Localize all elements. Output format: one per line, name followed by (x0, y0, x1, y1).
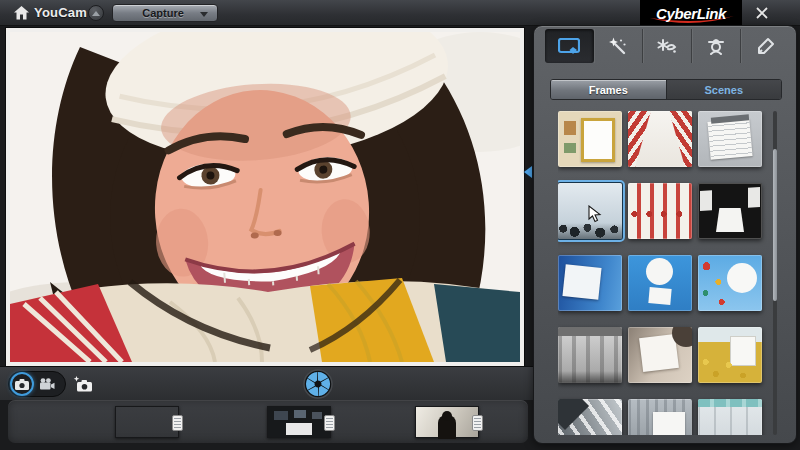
effects-panel: Frames Scenes (533, 25, 797, 444)
frame-thumbnail-balloons[interactable] (698, 255, 762, 311)
frames-scenes-icon (558, 38, 580, 55)
frames-tab-label: Frames (589, 84, 628, 96)
frame-thumbnail-field-easel[interactable] (698, 327, 762, 383)
gadget-toy-icon (707, 38, 725, 55)
frame-thumbnail-theater[interactable] (698, 183, 762, 239)
scenes-tab[interactable]: Scenes (666, 80, 782, 99)
frame-thumbnail-clown-stripes[interactable] (628, 183, 692, 239)
home-icon[interactable] (14, 6, 29, 20)
close-icon (756, 7, 768, 19)
frame-thumbnail-clown-box[interactable] (628, 111, 692, 167)
cyberlink-logo: CyberLink (640, 0, 742, 26)
frame-thumbnail-gallery[interactable] (558, 111, 622, 167)
tab-draw[interactable] (741, 29, 790, 63)
capture-mode-label: Capture (142, 7, 184, 19)
webcam-preview-image (10, 32, 520, 362)
media-type-badge (324, 415, 335, 431)
panel-collapse-handle[interactable] (524, 28, 533, 366)
media-type-badge (172, 415, 183, 431)
captured-thumbnail-3[interactable] (415, 406, 479, 438)
video-camera-icon (39, 378, 55, 390)
snapshot-camera-icon (73, 376, 93, 392)
frame-thumbnail-newspaper[interactable] (698, 111, 762, 167)
frame-thumbnail-paper-balloon[interactable] (628, 255, 692, 311)
frame-thumbnail-press-mics[interactable] (558, 183, 622, 239)
frames-scrollbar-thumb[interactable] (773, 149, 777, 301)
effects-tab-bar (545, 29, 790, 63)
photo-mode-button[interactable] (10, 372, 34, 396)
photo-camera-icon (15, 379, 29, 390)
captured-thumbnail-2[interactable] (267, 406, 331, 438)
capture-mode-dropdown[interactable]: Capture (112, 4, 218, 22)
frame-thumbnail-underwater[interactable] (558, 255, 622, 311)
tab-magic-effects[interactable] (594, 29, 643, 63)
up-arrow-icon (92, 7, 100, 16)
frames-grid (558, 111, 770, 435)
capture-mode-toggle (8, 371, 66, 397)
close-button[interactable] (754, 5, 770, 21)
mouse-cursor (588, 205, 602, 223)
captured-media-tray (8, 400, 528, 443)
media-type-badge (472, 415, 483, 431)
frame-thumbnail-subway[interactable] (558, 399, 622, 435)
control-bar (0, 366, 533, 400)
webcam-preview (6, 28, 524, 366)
youcam-window: { "colors": { "accent": "#4da3e8", "scen… (0, 0, 800, 450)
capture-shutter-button[interactable] (303, 369, 333, 399)
upgrade-button[interactable] (88, 5, 104, 21)
frames-scrollbar[interactable] (773, 111, 777, 435)
frame-thumbnail-window-room[interactable] (698, 399, 762, 435)
title-bar: YouCam Capture CyberLink (0, 0, 800, 26)
frame-thumbnail-city-billboard[interactable] (628, 399, 692, 435)
frames-scenes-switch: Frames Scenes (550, 79, 782, 100)
pencil-icon (757, 37, 775, 55)
scenes-tab-label: Scenes (704, 84, 743, 96)
frames-tab[interactable]: Frames (551, 80, 666, 99)
cyberlink-logo-text: CyberLink (656, 5, 726, 22)
particle-splash-icon (657, 38, 677, 55)
dropdown-arrow-icon (200, 12, 208, 21)
captured-thumbnail-1[interactable] (115, 406, 179, 438)
tab-particles[interactable] (643, 29, 692, 63)
frame-thumbnail-card-hand[interactable] (628, 327, 692, 383)
magic-wand-icon (608, 37, 628, 55)
video-mode-button[interactable] (34, 371, 60, 397)
tab-gadgets[interactable] (692, 29, 741, 63)
app-title: YouCam (34, 5, 87, 20)
aperture-icon (303, 369, 333, 399)
tab-frames-scenes[interactable] (545, 29, 594, 63)
collapse-arrow-icon (524, 166, 532, 178)
snapshot-button[interactable] (70, 372, 96, 396)
frame-thumbnail-museum[interactable] (558, 327, 622, 383)
